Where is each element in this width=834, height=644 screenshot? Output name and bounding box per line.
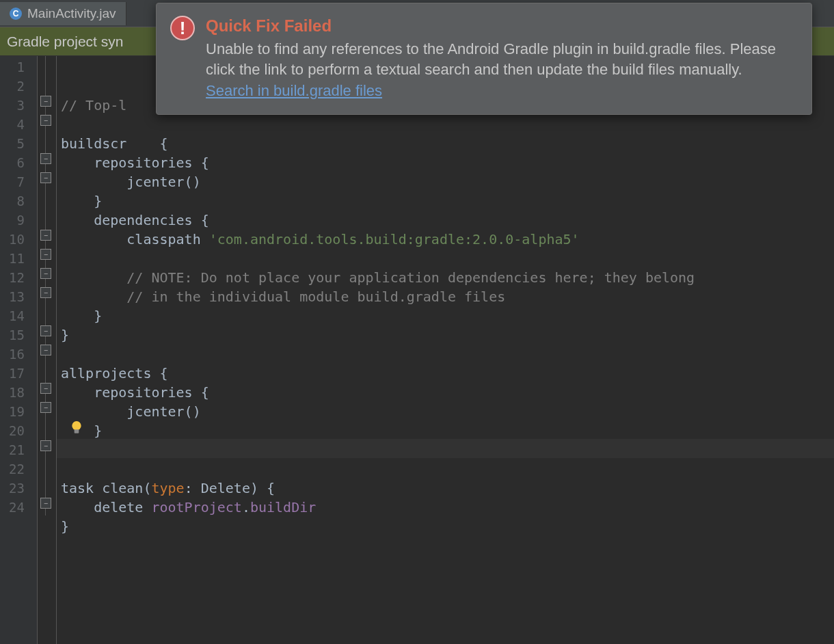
fold-toggle-icon[interactable]: − xyxy=(40,115,51,126)
line-number: 1 xyxy=(0,57,25,77)
code-text: : Delete) { xyxy=(185,480,275,496)
line-number: 5 xyxy=(0,134,25,153)
code-text: allprojects { xyxy=(61,365,168,381)
code-keyword: type xyxy=(151,480,184,496)
intention-bulb-icon[interactable] xyxy=(70,421,83,435)
line-number: 8 xyxy=(0,191,25,211)
code-string: 'com.android.tools.build:gradle:2.0.0-al… xyxy=(209,231,580,247)
line-number: 24 xyxy=(0,498,25,517)
line-number: 23 xyxy=(0,479,25,498)
fold-toggle-icon[interactable]: − xyxy=(40,440,51,451)
code-text: classpath xyxy=(61,231,209,247)
fold-toggle-icon[interactable]: − xyxy=(40,249,51,260)
code-text: } xyxy=(61,518,69,535)
fold-toggle-icon[interactable]: − xyxy=(40,96,51,107)
code-text: jcenter() xyxy=(61,403,201,420)
line-number: 9 xyxy=(0,211,25,230)
banner-text: Gradle project syn xyxy=(7,33,123,50)
code-comment: // Top-l xyxy=(61,97,126,113)
svg-point-0 xyxy=(72,421,81,430)
fold-toggle-icon[interactable]: − xyxy=(40,402,51,413)
popup-title: Quick Fix Failed xyxy=(206,14,798,38)
fold-toggle-icon[interactable]: − xyxy=(40,498,51,509)
fold-toggle-icon[interactable]: − xyxy=(40,230,51,241)
line-number: 11 xyxy=(0,249,25,268)
line-number: 7 xyxy=(0,172,25,191)
line-number: 3 xyxy=(0,96,25,115)
line-number: 15 xyxy=(0,325,25,345)
code-property: rootProject xyxy=(151,499,241,515)
line-number: 17 xyxy=(0,364,25,383)
code-text: } xyxy=(61,308,102,324)
line-number: 16 xyxy=(0,345,25,364)
fold-toggle-icon[interactable]: − xyxy=(40,345,51,355)
tab-label: MainActivity.jav xyxy=(27,6,116,21)
code-text: repositories { xyxy=(61,384,209,401)
line-number: 12 xyxy=(0,268,25,287)
fold-toggle-icon[interactable]: − xyxy=(40,287,51,298)
fold-toggle-icon[interactable]: − xyxy=(40,325,51,336)
code-text: repositories { xyxy=(61,155,209,171)
line-number: 2 xyxy=(0,77,25,96)
popup-body: Quick Fix Failed Unable to find any refe… xyxy=(206,14,798,102)
code-content[interactable]: // Top-l buildscr { repositories { jcent… xyxy=(57,56,834,644)
code-text: task clean( xyxy=(61,480,151,496)
class-file-icon: C xyxy=(10,8,22,20)
line-number: 21 xyxy=(0,440,25,459)
code-property: buildDir xyxy=(250,499,316,515)
code-text: . xyxy=(242,499,250,515)
line-number: 19 xyxy=(0,402,25,421)
code-comment: // in the individual module build.gradle… xyxy=(61,289,505,305)
error-icon: ! xyxy=(170,16,195,40)
fold-toggle-icon[interactable]: − xyxy=(40,153,51,164)
fold-toggle-icon[interactable]: − xyxy=(40,268,51,279)
line-number: 10 xyxy=(0,230,25,249)
line-number: 6 xyxy=(0,153,25,172)
line-number: 4 xyxy=(0,115,25,134)
fold-column: −−−−−−−−−−−−−− xyxy=(38,56,57,644)
code-comment: // NOTE: Do not place your application d… xyxy=(61,269,695,286)
code-text: jcenter() xyxy=(61,174,201,190)
code-text: } xyxy=(61,193,102,209)
line-number: 20 xyxy=(0,421,25,440)
code-text: delete xyxy=(61,499,151,515)
fold-toggle-icon[interactable]: − xyxy=(40,383,51,394)
code-text: } xyxy=(61,327,69,343)
line-number: 13 xyxy=(0,287,25,306)
line-number: 22 xyxy=(0,459,25,479)
error-popup: ! Quick Fix Failed Unable to find any re… xyxy=(156,3,812,115)
code-text: { xyxy=(160,135,168,152)
editor-area: 123456789101112131415161718192021222324 … xyxy=(0,56,834,644)
current-line-highlight xyxy=(57,439,834,458)
line-number: 18 xyxy=(0,383,25,402)
code-text: dependencies { xyxy=(61,212,209,228)
popup-message: Unable to find any references to the And… xyxy=(206,39,798,81)
fold-toggle-icon[interactable]: − xyxy=(40,172,51,183)
svg-rect-1 xyxy=(75,429,79,433)
search-gradle-link[interactable]: Search in build.gradle files xyxy=(206,82,382,99)
tab-main-activity[interactable]: C MainActivity.jav xyxy=(0,2,126,25)
code-text: buildscr xyxy=(61,135,126,152)
line-number-gutter: 123456789101112131415161718192021222324 xyxy=(0,56,38,644)
line-number: 14 xyxy=(0,306,25,325)
